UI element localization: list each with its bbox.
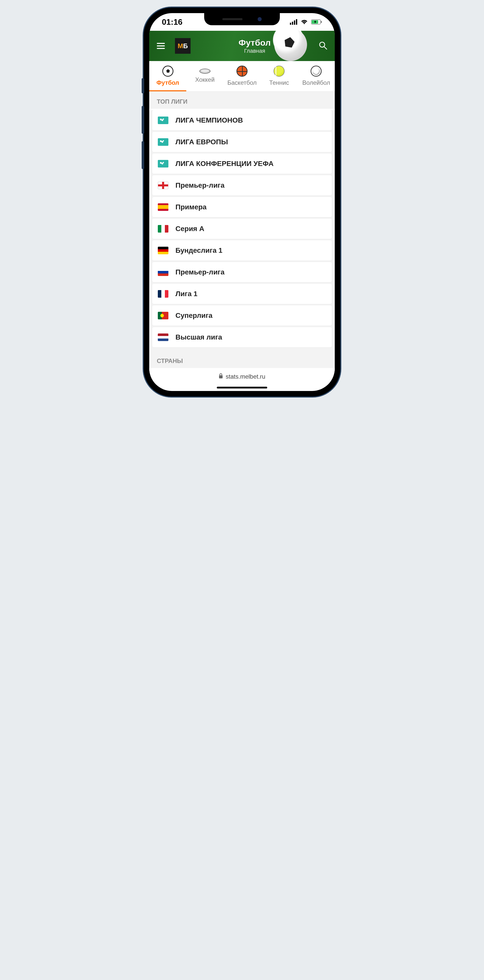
sport-tab-volley[interactable]: Волейбол: [298, 61, 335, 91]
svg-rect-3: [296, 19, 297, 25]
front-camera: [258, 17, 262, 21]
home-indicator[interactable]: [217, 387, 267, 388]
status-time: 01:16: [162, 18, 182, 27]
league-name: Премьер-лига: [175, 181, 225, 189]
sport-label: Баскетбол: [225, 79, 259, 86]
lock-icon: [219, 373, 223, 380]
side-button: [142, 78, 144, 93]
league-name: Лига 1: [175, 290, 197, 298]
league-item[interactable]: ЛИГА КОНФЕРЕНЦИИ УЕФА: [152, 154, 332, 174]
volume-down-button: [142, 141, 144, 169]
cellular-signal-icon: [290, 19, 297, 25]
top-leagues-heading: ТОП ЛИГИ: [149, 92, 335, 109]
status-indicators: [290, 19, 322, 25]
tennis-icon: [273, 65, 285, 77]
header-title-block: Футбол Главная: [190, 38, 319, 54]
page-subtitle: Главная: [190, 48, 319, 54]
svg-rect-6: [321, 21, 322, 23]
league-item[interactable]: Бундеслига 1: [152, 240, 332, 261]
screen: 01:16 MБ Футбол Главная: [149, 13, 335, 391]
svg-rect-2: [294, 21, 295, 25]
leagues-list: ЛИГА ЧЕМПИОНОВЛИГА ЕВРОПЫЛИГА КОНФЕРЕНЦИ…: [149, 110, 335, 351]
sport-label: Теннис: [263, 79, 296, 86]
league-item[interactable]: ЛИГА ЧЕМПИОНОВ: [152, 110, 332, 130]
league-name: Высшая лига: [175, 333, 222, 341]
league-name: Суперлига: [175, 312, 213, 320]
league-item[interactable]: Серия А: [152, 219, 332, 239]
league-item[interactable]: Примера: [152, 197, 332, 217]
flag-eu-icon: [158, 160, 168, 167]
sport-tab-tennis[interactable]: Теннис: [261, 61, 298, 91]
league-item[interactable]: Лига 1: [152, 284, 332, 304]
flag-it-icon: [158, 225, 168, 232]
flag-ru-icon: [158, 268, 168, 276]
flag-eu-icon: [158, 138, 168, 146]
url-text: stats.melbet.ru: [225, 373, 265, 380]
notch: [204, 13, 280, 25]
sport-label: Волейбол: [300, 79, 333, 86]
hockey-icon: [199, 68, 211, 74]
league-item[interactable]: Высшая лига: [152, 327, 332, 347]
svg-line-8: [324, 47, 327, 49]
page-title: Футбол: [190, 38, 319, 48]
flag-es-icon: [158, 203, 168, 211]
league-name: ЛИГА ЧЕМПИОНОВ: [175, 116, 243, 124]
flag-nl-icon: [158, 334, 168, 341]
sport-tab-basket[interactable]: Баскетбол: [223, 61, 260, 91]
sport-label: Хоккей: [188, 76, 221, 83]
svg-rect-1: [292, 22, 293, 25]
league-name: Серия А: [175, 225, 204, 233]
league-name: Бундеслига 1: [175, 247, 222, 255]
league-name: Премьер-лига: [175, 268, 225, 276]
sport-tab-hockey[interactable]: Хоккей: [186, 61, 223, 91]
wifi-icon: [300, 19, 308, 25]
countries-heading: СТРАНЫ: [149, 351, 335, 368]
league-name: ЛИГА КОНФЕРЕНЦИИ УЕФА: [175, 160, 273, 168]
app-header: MБ Футбол Главная: [149, 31, 335, 61]
speaker: [222, 18, 243, 20]
league-name: Примера: [175, 203, 206, 211]
phone-frame: 01:16 MБ Футбол Главная: [144, 8, 340, 396]
sport-tab-soccer[interactable]: Футбол: [149, 61, 186, 91]
logo: MБ: [175, 38, 190, 54]
menu-button[interactable]: [157, 43, 165, 49]
flag-de-icon: [158, 247, 168, 254]
sport-label: Футбол: [151, 79, 184, 86]
league-item[interactable]: Премьер-лига: [152, 175, 332, 196]
soccer-icon: [162, 65, 173, 77]
svg-rect-9: [219, 375, 222, 379]
league-item[interactable]: Суперлига: [152, 305, 332, 326]
battery-charging-icon: [311, 19, 322, 25]
browser-url-bar[interactable]: stats.melbet.ru: [149, 368, 335, 384]
flag-fr-icon: [158, 290, 168, 298]
flag-en-icon: [158, 181, 168, 189]
league-item[interactable]: ЛИГА ЕВРОПЫ: [152, 132, 332, 152]
basket-icon: [236, 65, 248, 77]
flag-pt-icon: [158, 312, 168, 319]
svg-rect-0: [290, 23, 291, 25]
flag-eu-icon: [158, 116, 168, 124]
league-item[interactable]: Премьер-лига: [152, 262, 332, 282]
volume-up-button: [142, 106, 144, 134]
league-name: ЛИГА ЕВРОПЫ: [175, 138, 228, 146]
search-button[interactable]: [319, 41, 327, 51]
sports-tabs: ФутболХоккейБаскетболТеннисВолейбол: [149, 61, 335, 92]
volley-icon: [311, 65, 322, 77]
